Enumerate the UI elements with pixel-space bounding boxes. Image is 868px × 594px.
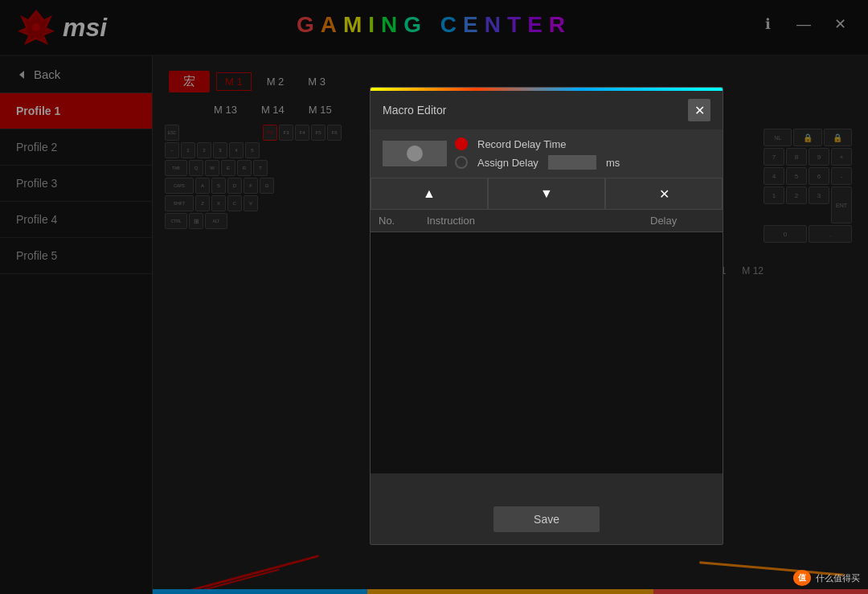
record-button[interactable]	[383, 141, 447, 166]
macro-editor-modal: Macro Editor ✕ Record Delay Time Assign …	[370, 87, 723, 545]
delete-row-button[interactable]: ✕	[605, 178, 723, 210]
col-instruction-header: Instruction	[427, 215, 650, 227]
move-down-button[interactable]: ▼	[488, 178, 605, 210]
macro-table-body	[371, 232, 723, 473]
col-delay-header: Delay	[650, 215, 714, 227]
assign-delay-label: Assign Delay	[477, 157, 538, 169]
table-column-headers: No. Instruction Delay	[371, 210, 723, 232]
modal-options: Record Delay Time Assign Delay ms	[371, 129, 723, 178]
modal-title: Macro Editor	[383, 104, 446, 117]
move-up-button[interactable]: ▲	[371, 178, 488, 210]
watermark: 值 什么值得买	[793, 570, 860, 586]
table-controls: ▲ ▼ ✕	[371, 178, 723, 210]
save-button[interactable]: Save	[493, 506, 600, 532]
col-no-header: No.	[379, 215, 427, 227]
modal-header: Macro Editor ✕	[371, 91, 723, 129]
watermark-text: 什么值得买	[816, 572, 860, 584]
record-delay-label: Record Delay Time	[477, 138, 567, 150]
record-delay-radio[interactable]	[455, 137, 468, 150]
assign-delay-option: Assign Delay ms	[455, 155, 710, 170]
assign-delay-radio[interactable]	[455, 156, 468, 169]
record-delay-option: Record Delay Time	[455, 137, 710, 150]
modal-close-button[interactable]: ✕	[688, 99, 710, 121]
record-circle-icon	[407, 145, 423, 162]
delay-input-field[interactable]	[548, 155, 596, 170]
ms-label: ms	[606, 157, 620, 169]
watermark-badge: 值	[793, 570, 811, 586]
save-area: Save	[493, 506, 600, 532]
